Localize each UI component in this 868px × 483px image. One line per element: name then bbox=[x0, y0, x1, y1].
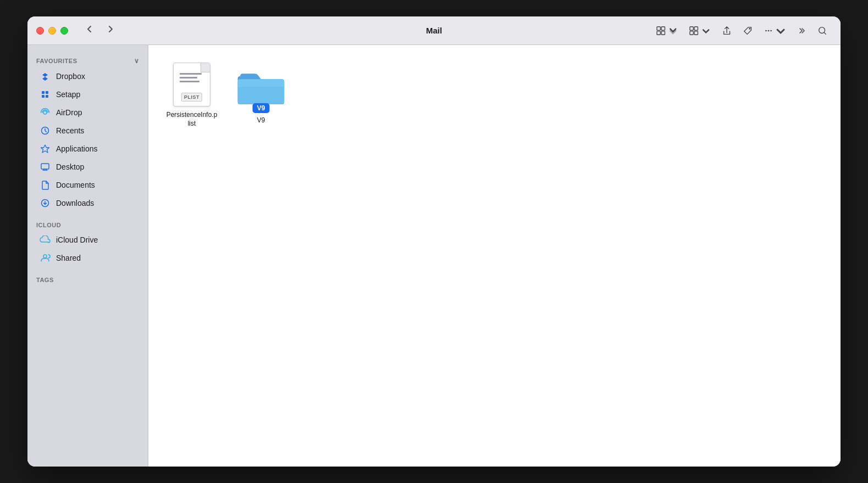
svg-rect-3 bbox=[661, 31, 665, 34]
svg-point-17 bbox=[43, 111, 47, 114]
sidebar-item-setapp[interactable]: Setapp bbox=[31, 86, 144, 103]
sidebar-item-desktop[interactable]: Desktop bbox=[31, 158, 144, 176]
favourites-section: Favourites ∨ bbox=[27, 54, 148, 67]
sidebar-item-desktop-label: Desktop bbox=[56, 162, 84, 171]
sidebar-item-applications[interactable]: Applications bbox=[31, 140, 144, 158]
svg-point-10 bbox=[768, 30, 770, 31]
toolbar-right bbox=[652, 23, 832, 39]
tag-button[interactable] bbox=[738, 23, 757, 39]
sidebar-item-airdrop-label: AirDrop bbox=[56, 108, 82, 117]
main-content: Favourites ∨ Dropbox bbox=[27, 45, 841, 467]
plist-line-1 bbox=[180, 73, 202, 75]
svg-rect-16 bbox=[46, 95, 48, 98]
folder-svg-icon bbox=[236, 65, 286, 109]
sidebar-item-downloads-label: Downloads bbox=[56, 199, 94, 207]
nav-buttons bbox=[81, 22, 119, 39]
svg-rect-4 bbox=[690, 26, 693, 30]
plist-file-label: PersistenceInfo.plist bbox=[166, 111, 218, 128]
close-button[interactable] bbox=[36, 27, 44, 35]
sidebar-item-recents[interactable]: Recents bbox=[31, 122, 144, 139]
svg-point-9 bbox=[765, 30, 767, 31]
setapp-icon bbox=[40, 89, 51, 100]
forward-button[interactable] bbox=[102, 22, 119, 39]
minimize-button[interactable] bbox=[48, 27, 56, 35]
finder-window: Mail bbox=[27, 16, 841, 467]
svg-rect-5 bbox=[694, 26, 698, 30]
title-bar: Mail bbox=[27, 16, 841, 45]
svg-point-21 bbox=[43, 255, 47, 258]
recents-icon bbox=[40, 125, 51, 136]
v9-folder-icon-wrapper: V9 bbox=[233, 63, 288, 112]
tags-section: Tags bbox=[27, 273, 148, 285]
sidebar-item-shared[interactable]: Shared bbox=[31, 249, 144, 267]
svg-rect-6 bbox=[690, 31, 693, 34]
file-item-plist[interactable]: PLIST PersistenceInfo.plist bbox=[162, 58, 222, 132]
share-button[interactable] bbox=[717, 23, 736, 39]
svg-rect-1 bbox=[661, 26, 665, 30]
sidebar-item-airdrop[interactable]: AirDrop bbox=[31, 104, 144, 121]
sidebar-item-applications-label: Applications bbox=[56, 144, 98, 153]
search-button[interactable] bbox=[813, 23, 832, 39]
sidebar-item-icloud-drive-label: iCloud Drive bbox=[56, 235, 98, 244]
svg-rect-2 bbox=[657, 31, 660, 34]
dropbox-icon bbox=[40, 71, 51, 82]
favourites-chevron-icon: ∨ bbox=[134, 57, 140, 65]
svg-point-11 bbox=[770, 30, 772, 31]
svg-rect-15 bbox=[42, 95, 44, 98]
plist-lines bbox=[180, 73, 204, 82]
sidebar-item-icloud-drive[interactable]: iCloud Drive bbox=[31, 231, 144, 249]
expand-button[interactable] bbox=[792, 23, 811, 39]
desktop-icon bbox=[40, 161, 51, 172]
sidebar-item-setapp-label: Setapp bbox=[56, 90, 80, 99]
plist-line-3 bbox=[180, 81, 199, 82]
svg-rect-19 bbox=[41, 164, 49, 169]
file-item-v9[interactable]: V9 V9 bbox=[231, 58, 291, 132]
sidebar-item-documents-label: Documents bbox=[56, 181, 95, 189]
view-grid-button[interactable] bbox=[652, 23, 682, 39]
icloud-drive-icon bbox=[40, 234, 51, 245]
maximize-button[interactable] bbox=[60, 27, 68, 35]
file-area: PLIST PersistenceInfo.plist V9 bbox=[148, 45, 841, 467]
svg-rect-0 bbox=[657, 26, 660, 30]
svg-rect-14 bbox=[46, 91, 48, 94]
sidebar: Favourites ∨ Dropbox bbox=[27, 45, 148, 467]
plist-line-2 bbox=[180, 77, 197, 78]
back-button[interactable] bbox=[81, 22, 98, 39]
plist-file-icon: PLIST bbox=[173, 63, 210, 106]
v9-folder-label: V9 bbox=[257, 116, 265, 125]
plist-file-icon-wrapper: PLIST bbox=[170, 63, 214, 106]
view-list-button[interactable] bbox=[685, 23, 715, 39]
shared-icon bbox=[40, 252, 51, 263]
sidebar-item-downloads[interactable]: Downloads bbox=[31, 194, 144, 212]
sidebar-item-documents[interactable]: Documents bbox=[31, 176, 144, 194]
downloads-icon bbox=[40, 198, 51, 209]
v9-badge: V9 bbox=[253, 103, 270, 113]
svg-rect-7 bbox=[694, 31, 698, 34]
documents-icon bbox=[40, 179, 51, 190]
icloud-section: iCloud bbox=[27, 218, 148, 231]
window-title: Mail bbox=[426, 26, 442, 35]
sidebar-item-shared-label: Shared bbox=[56, 254, 81, 262]
applications-icon bbox=[40, 143, 51, 154]
airdrop-icon bbox=[40, 107, 51, 118]
sidebar-item-dropbox[interactable]: Dropbox bbox=[31, 68, 144, 85]
more-button[interactable] bbox=[759, 23, 790, 39]
plist-badge: PLIST bbox=[181, 93, 202, 102]
traffic-lights bbox=[36, 27, 68, 35]
sidebar-item-recents-label: Recents bbox=[56, 126, 84, 135]
svg-rect-13 bbox=[42, 91, 44, 94]
sidebar-item-dropbox-label: Dropbox bbox=[56, 72, 85, 81]
svg-point-8 bbox=[749, 28, 750, 30]
